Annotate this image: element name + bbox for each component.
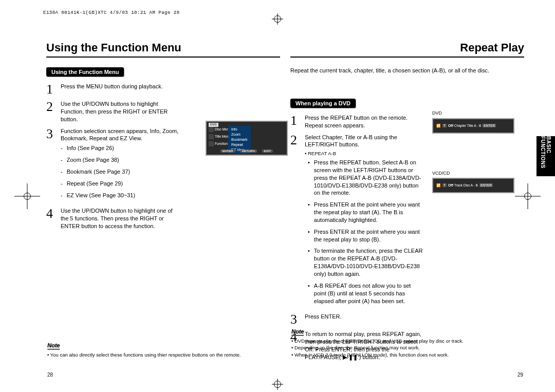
section-tag-left: Using the Function Menu: [46, 67, 124, 77]
page-number-right: 29: [517, 372, 523, 378]
page-title-left: Using the Function Menu: [46, 41, 280, 58]
note-list-left: You can also directly select these funct…: [47, 351, 279, 358]
step-text: Press the REPEAT button on the remote. R…: [305, 114, 423, 129]
page-right: Repeat Play Repeat the current track, ch…: [285, 41, 529, 382]
step-text: Function selection screen appears, Info,…: [61, 128, 178, 142]
section-tag-right: When playing a DVD: [290, 99, 356, 108]
note-list-right: DVD repeats play by chapter or title, CD…: [291, 338, 523, 358]
page-title-right: Repeat Play: [290, 41, 524, 58]
section-tab: BASIC FUNCTIONS: [536, 136, 555, 176]
page-number-left: 28: [47, 372, 53, 378]
osd-dvd-label: DVD: [432, 110, 525, 117]
print-header: E138A 00141K-1(GB)XTC 4/9/03 10:21 AM Pa…: [43, 10, 180, 15]
note-title-left: Note: [47, 342, 60, 349]
intro-right: Repeat the current track, chapter, title…: [290, 67, 524, 74]
step-text: Use the UP/DOWN button to highlight one …: [61, 207, 181, 230]
step-text: Press the MENU button during playback.: [61, 83, 163, 96]
note-title-right: Note: [291, 328, 304, 335]
cropmark-left: [14, 183, 40, 209]
step-sublist-right: Press the REPEAT button. Select A-B on s…: [305, 159, 423, 305]
osd-right-group: DVD 🔁 T Off Off Chapter Title A - B Chap…: [432, 110, 525, 199]
manual-spread: E138A 00141K-1(GB)XTC 4/9/03 10:21 AM Pa…: [0, 0, 555, 392]
osd-dvd-box: 🔁 T Off Off Chapter Title A - B Chapter …: [432, 118, 514, 134]
steps-left: 1 Press the MENU button during playback.…: [46, 83, 181, 230]
osd-left-group: DVD Disc Menu Title Menu Function Info Z…: [206, 121, 288, 162]
osd-vcd-box: 🔁 T Off Off Track Disc A - B Track Disc …: [432, 178, 514, 193]
steps-right: 1 Press the REPEAT button on the remote.…: [290, 114, 423, 361]
step-text: Select Chapter, Title or A-B using the L…: [305, 134, 397, 148]
step-text: Press ENTER.: [305, 313, 342, 326]
step-sublist: Info (See Page 26) Zoom (See Page 38) Bo…: [61, 144, 181, 199]
osd-vcd-label: VCD/CD: [432, 171, 525, 177]
page-left: Using the Function Menu Using the Functi…: [41, 41, 285, 382]
osd-screenshot: DVD Disc Menu Title Menu Function Info Z…: [206, 121, 288, 156]
cropmark-top: [272, 13, 283, 25]
step-text: Use the UP/DOWN buttons to highlight Fun…: [61, 100, 181, 123]
